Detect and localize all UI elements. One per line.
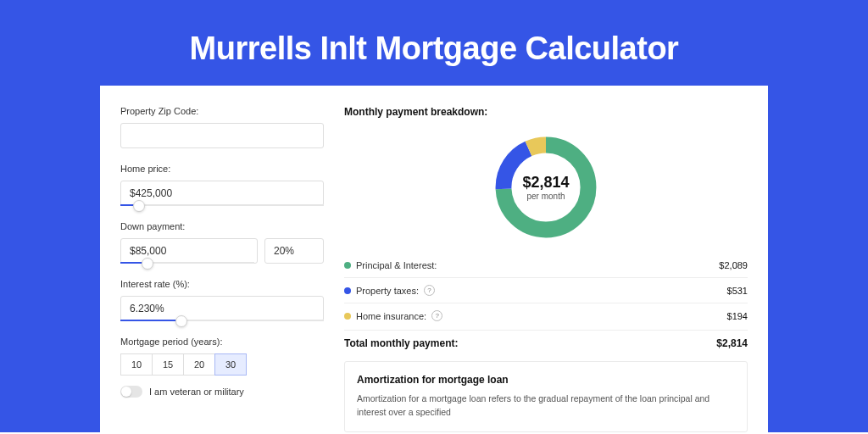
help-icon[interactable]: ? <box>424 285 435 296</box>
legend-value: $2,089 <box>719 260 748 270</box>
legend-label: Principal & Interest: <box>356 260 437 270</box>
period-option-10[interactable]: 10 <box>120 353 153 376</box>
period-option-20[interactable]: 20 <box>183 353 215 376</box>
help-icon[interactable]: ? <box>431 310 442 321</box>
veteran-toggle[interactable] <box>120 386 142 398</box>
legend-dot <box>344 262 351 269</box>
interest-rate-label: Interest rate (%): <box>120 279 324 289</box>
home-price-slider[interactable] <box>120 204 324 206</box>
legend-dot <box>344 287 351 294</box>
interest-rate-input[interactable] <box>120 296 324 321</box>
period-option-30[interactable]: 30 <box>214 353 247 376</box>
total-label: Total monthly payment: <box>344 337 458 349</box>
down-payment-slider[interactable] <box>120 262 254 264</box>
legend-row: Principal & Interest:$2,089 <box>344 253 748 277</box>
legend-row: Home insurance: ?$194 <box>344 303 748 328</box>
legend-row: Property taxes: ?$531 <box>344 277 748 303</box>
amortization-title: Amortization for mortgage loan <box>357 374 735 386</box>
donut-center-amount: $2,814 <box>522 174 569 192</box>
down-payment-label: Down payment: <box>120 221 324 231</box>
hero-banner: Murrells Inlt Mortgage Calculator Proper… <box>0 0 868 432</box>
breakdown-column: Monthly payment breakdown: $2,814 per mo… <box>344 106 748 432</box>
legend-label: Property taxes: <box>356 286 419 296</box>
home-price-input[interactable] <box>120 181 324 206</box>
amortization-text: Amortization for a mortgage loan refers … <box>357 392 735 420</box>
down-payment-pct-input[interactable] <box>264 238 324 264</box>
breakdown-legend: Principal & Interest:$2,089Property taxe… <box>344 253 748 328</box>
home-price-label: Home price: <box>120 164 324 174</box>
down-payment-amount-input[interactable] <box>120 238 258 264</box>
payment-donut-chart: $2,814 per month <box>490 131 602 243</box>
period-option-15[interactable]: 15 <box>152 353 184 376</box>
slider-thumb[interactable] <box>142 258 153 270</box>
mortgage-period-group: 10152030 <box>120 353 324 376</box>
amortization-box: Amortization for mortgage loan Amortizat… <box>344 361 748 432</box>
zip-label: Property Zip Code: <box>120 106 324 116</box>
legend-value: $531 <box>727 286 748 296</box>
interest-rate-slider[interactable] <box>120 320 324 321</box>
page-title: Murrells Inlt Mortgage Calculator <box>0 31 868 67</box>
legend-dot <box>344 313 351 320</box>
form-column: Property Zip Code: Home price: Down paym… <box>120 106 324 432</box>
legend-value: $194 <box>727 311 748 321</box>
total-value: $2,814 <box>716 337 748 349</box>
mortgage-period-label: Mortgage period (years): <box>120 337 324 347</box>
zip-input[interactable] <box>120 123 324 148</box>
slider-thumb[interactable] <box>133 200 145 212</box>
calculator-panel: Property Zip Code: Home price: Down paym… <box>100 86 768 432</box>
slider-thumb[interactable] <box>175 315 187 327</box>
veteran-label: I am veteran or military <box>149 387 244 397</box>
donut-center-sub: per month <box>526 192 565 201</box>
legend-label: Home insurance: <box>356 311 426 321</box>
breakdown-title: Monthly payment breakdown: <box>344 106 748 118</box>
